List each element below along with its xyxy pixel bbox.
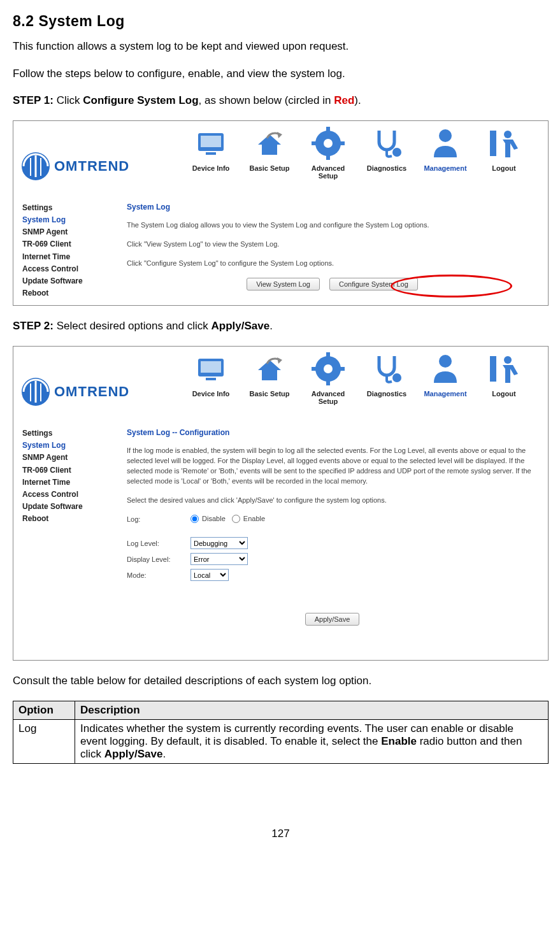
svg-point-33 [439, 355, 452, 368]
screenshot-panel-1: OMTREND Device Info Basic Setup Advanced… [13, 120, 549, 306]
basic-setup-icon [251, 125, 288, 162]
log-enable-option[interactable]: Enable [232, 515, 265, 524]
intro-paragraph-1: This function allows a system log to be … [13, 39, 549, 55]
panel-content: System Log The System Log dialog allows … [117, 181, 548, 306]
nav-device-info[interactable]: Device Info [183, 121, 238, 180]
panel1-text-3: Click "Configure System Log" to configur… [127, 259, 538, 269]
brand-logo: OMTREND [13, 371, 183, 406]
panel1-text-1: The System Log dialog allows you to view… [127, 220, 538, 231]
sidebar-item-update-software[interactable]: Update Software [22, 276, 111, 286]
svg-point-32 [392, 373, 401, 382]
nav-advanced-setup[interactable]: Advanced Setup [301, 121, 355, 180]
sidebar-nav: Settings System Log SNMP Agent TR-069 Cl… [13, 181, 117, 306]
sidebar-item-internet-time[interactable]: Internet Time [22, 252, 111, 262]
log-level-label: Log Level: [127, 540, 190, 547]
logout-icon [485, 125, 522, 162]
svg-rect-29 [326, 379, 330, 385]
apply-save-button[interactable]: Apply/Save [305, 613, 360, 626]
advanced-setup-icon [310, 350, 347, 387]
comtrend-logo-icon [21, 152, 50, 181]
sidebar-item-tr069-client[interactable]: TR-069 Client [22, 465, 111, 475]
sidebar-item-reboot[interactable]: Reboot [22, 288, 111, 298]
svg-rect-16 [490, 131, 496, 156]
panel2-text-1: If the log mode is enabled, the system w… [127, 446, 538, 487]
brand-logo-text: OMTREND [54, 383, 129, 400]
log-level-row: Log Level: Debugging [127, 537, 538, 549]
table-row: Log Indicates whether the system is curr… [13, 719, 549, 763]
step-1-red: Red [334, 94, 354, 106]
svg-point-9 [324, 139, 333, 148]
nav-logout[interactable]: Logout [477, 347, 531, 405]
nav-logout[interactable]: Logout [477, 121, 531, 180]
svg-rect-12 [312, 141, 318, 145]
step-2-label: STEP 2: [13, 320, 54, 332]
sidebar-item-snmp-agent[interactable]: SNMP Agent [22, 452, 111, 462]
management-icon [427, 125, 464, 162]
svg-rect-5 [201, 136, 221, 147]
sidebar-item-internet-time[interactable]: Internet Time [22, 477, 111, 487]
sidebar-item-system-log[interactable]: System Log [22, 215, 111, 225]
diagnostics-icon [368, 350, 405, 387]
log-row: Log: Disable Enable [127, 515, 538, 524]
svg-rect-10 [326, 127, 330, 133]
configure-system-log-button[interactable]: Configure System Log [329, 278, 418, 290]
svg-point-27 [324, 364, 333, 373]
nav-management[interactable]: Management [418, 347, 473, 405]
step-1-action: Configure System Log [83, 94, 198, 106]
step-2-text: STEP 2: Select desired options and click… [13, 319, 549, 334]
top-nav: Device Info Basic Setup Advanced Setup D… [183, 347, 548, 406]
sidebar-item-settings[interactable]: Settings [22, 428, 111, 438]
svg-rect-23 [201, 361, 221, 373]
svg-point-14 [392, 148, 401, 157]
step-1-text: STEP 1: Click Configure System Log, as s… [13, 93, 549, 109]
th-option: Option [13, 701, 75, 719]
nav-device-info[interactable]: Device Info [183, 347, 238, 405]
table-intro: Consult the table below for detailed des… [13, 673, 549, 689]
brand-logo: OMTREND [13, 145, 183, 181]
nav-diagnostics[interactable]: Diagnostics [359, 121, 414, 180]
sidebar-item-snmp-agent[interactable]: SNMP Agent [22, 227, 111, 237]
diagnostics-icon [368, 125, 405, 162]
management-icon [427, 350, 464, 387]
td-option: Log [13, 719, 75, 763]
device-info-icon [192, 125, 229, 162]
screenshot-panel-2: OMTREND Device Info Basic Setup Advanced… [13, 346, 549, 661]
display-level-row: Display Level: Error [127, 553, 538, 565]
sidebar-item-settings[interactable]: Settings [22, 203, 111, 213]
nav-diagnostics[interactable]: Diagnostics [359, 347, 414, 405]
panel-title: System Log [127, 203, 538, 211]
nav-basic-setup[interactable]: Basic Setup [242, 347, 297, 405]
mode-label: Mode: [127, 571, 190, 579]
mode-select[interactable]: Local [190, 569, 229, 581]
sidebar-item-update-software[interactable]: Update Software [22, 501, 111, 512]
sidebar-item-access-control[interactable]: Access Control [22, 264, 111, 274]
nav-basic-setup[interactable]: Basic Setup [242, 121, 297, 180]
basic-setup-icon [251, 350, 288, 387]
logout-icon [485, 350, 522, 387]
sidebar-item-tr069-client[interactable]: TR-069 Client [22, 239, 111, 249]
nav-advanced-setup[interactable]: Advanced Setup [301, 347, 355, 405]
td-description: Indicates whether the system is currentl… [75, 719, 549, 763]
step-1-label: STEP 1: [13, 94, 54, 106]
panel1-text-2: Click "View System Log" to view the Syst… [127, 240, 538, 250]
panel2-content: System Log -- Configuration If the log m… [117, 406, 548, 634]
log-disable-option[interactable]: Disable [190, 515, 226, 524]
svg-rect-34 [490, 356, 496, 382]
sidebar-item-system-log[interactable]: System Log [22, 440, 111, 450]
top-nav: Device Info Basic Setup Advanced Setup D… [183, 121, 548, 181]
panel-header: OMTREND Device Info Basic Setup Advanced… [13, 121, 548, 181]
display-level-select[interactable]: Error [190, 553, 248, 565]
log-level-select[interactable]: Debugging [190, 537, 248, 549]
view-system-log-button[interactable]: View System Log [247, 278, 320, 290]
svg-rect-24 [206, 378, 216, 380]
log-enable-radio[interactable] [232, 515, 240, 523]
sidebar-item-access-control[interactable]: Access Control [22, 489, 111, 499]
panel2-header: OMTREND Device Info Basic Setup Advanced… [13, 347, 548, 406]
page-number: 127 [13, 828, 549, 840]
brand-logo-text: OMTREND [54, 158, 129, 175]
svg-marker-7 [277, 132, 282, 138]
log-disable-radio[interactable] [190, 515, 199, 523]
svg-marker-25 [277, 357, 282, 364]
sidebar-item-reboot[interactable]: Reboot [22, 513, 111, 524]
nav-management[interactable]: Management [418, 121, 473, 180]
